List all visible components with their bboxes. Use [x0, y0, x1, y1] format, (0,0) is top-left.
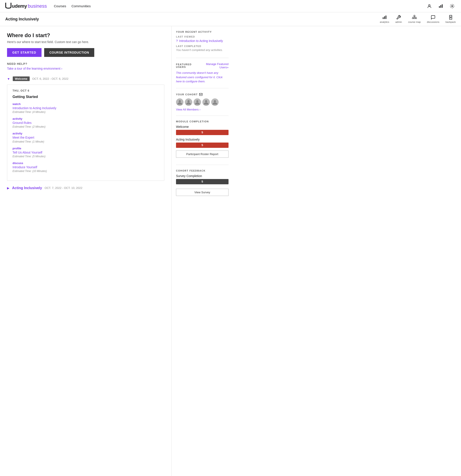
- activity-ground-rules: activity Ground Rules Estimated Time: (2…: [13, 117, 159, 128]
- svg-rect-7: [384, 16, 385, 19]
- analytics-course-icon[interactable]: analytics: [380, 15, 389, 23]
- top-nav: udemy business Courses Communities: [0, 0, 461, 12]
- cohort-feedback-title: COHORT FEEDBACK: [176, 169, 229, 172]
- acting-module-header: ▶ Acting Inclusively OCT. 7, 2022 - OCT.…: [7, 186, 164, 190]
- activity-link-3[interactable]: Meet the Expert: [13, 136, 34, 139]
- day-label: THU, OCT 6: [13, 89, 159, 92]
- featured-users-title: FEATURED USERS: [176, 63, 200, 68]
- svg-point-25: [196, 100, 198, 102]
- acting-completion-label: Acting Inclusively: [176, 138, 229, 141]
- welcome-progress-value: 5: [202, 131, 203, 134]
- activity-time-2: Estimated Time: (2 Minutes): [13, 125, 159, 128]
- last-viewed-icon: ?: [176, 39, 178, 42]
- activity-link-2[interactable]: Ground Rules: [13, 121, 31, 125]
- nav-right: [426, 3, 456, 10]
- tour-link[interactable]: Take a tour of the learning environment …: [7, 67, 164, 70]
- manage-featured-link[interactable]: Manage Featured Users»: [200, 62, 229, 69]
- activity-link-watch[interactable]: Introduction to Acting Inclusively: [13, 106, 56, 110]
- recent-activity-section: YOUR RECENT ACTIVITY LAST VIEWED ? Intro…: [176, 31, 229, 58]
- backpack-icon-label: backpack: [446, 21, 456, 23]
- activity-type-3: activity: [13, 132, 159, 135]
- activity-meet-expert: activity Meet the Expert Estimated Time:…: [13, 132, 159, 143]
- course-title: Acting Inclusively: [5, 17, 39, 22]
- discussions-course-icon[interactable]: discussions: [427, 15, 439, 23]
- svg-point-23: [188, 100, 190, 102]
- user-icon: [427, 4, 432, 8]
- need-help-section: NEED HELP? Take a tour of the learning e…: [7, 62, 164, 70]
- welcome-toggle[interactable]: ▼: [7, 77, 10, 81]
- survey-progress-value: 5: [202, 180, 203, 183]
- view-members-link[interactable]: View All Members ›: [176, 108, 200, 111]
- last-viewed-label: LAST VIEWED: [176, 35, 229, 38]
- activity-watch: watch Introduction to Acting Inclusively…: [13, 102, 159, 114]
- activity-link-5[interactable]: Introduce Yourself: [13, 165, 37, 169]
- activity-profile: profile Tell Us About Yourself Estimated…: [13, 147, 159, 158]
- acting-toggle[interactable]: ▶: [7, 186, 9, 190]
- svg-point-29: [214, 100, 216, 102]
- get-started-button[interactable]: GET STARTED: [7, 48, 42, 57]
- acting-module-name[interactable]: Acting Inclusively: [12, 186, 42, 190]
- course-header: Acting Inclusively analytics admin: [0, 12, 461, 26]
- nav-courses[interactable]: Courses: [54, 4, 66, 8]
- gear-icon: [450, 4, 455, 8]
- hero-buttons: GET STARTED COURSE INTRODUCTION: [7, 48, 164, 57]
- right-panel: YOUR RECENT ACTIVITY LAST VIEWED ? Intro…: [171, 26, 233, 476]
- settings-icon-btn[interactable]: [449, 3, 456, 10]
- welcome-progress-bar: 5: [176, 130, 229, 135]
- logo[interactable]: udemy business: [5, 3, 47, 10]
- bar-chart-icon: [438, 4, 443, 8]
- admin-icon-label: admin: [395, 21, 402, 23]
- activity-type-4: profile: [13, 147, 159, 150]
- admin-course-icon[interactable]: admin: [395, 15, 402, 23]
- cohort-title: YOUR COHORT: [176, 93, 198, 96]
- course-introduction-button[interactable]: COURSE INTRODUCTION: [44, 48, 94, 57]
- activity-link-4[interactable]: Tell Us About Yourself: [13, 151, 42, 154]
- svg-point-1: [428, 4, 430, 6]
- svg-point-18: [450, 17, 451, 18]
- user-icon-btn[interactable]: [426, 3, 433, 10]
- welcome-module-header: ▼ Welcome OCT. 6, 2022 - OCT. 6, 2022: [7, 76, 164, 81]
- svg-rect-9: [414, 15, 415, 16]
- last-completed-label: LAST COMPLETED: [176, 45, 229, 47]
- activity-type-watch: watch: [13, 102, 159, 106]
- featured-note[interactable]: This community doesn't have any featured…: [176, 71, 229, 84]
- wrench-icon: [396, 15, 401, 20]
- analytics-icon-btn[interactable]: [437, 3, 444, 10]
- welcome-completion-label: Welcome: [176, 125, 229, 128]
- svg-rect-19: [199, 93, 202, 95]
- course-icons: analytics admin course map: [380, 15, 456, 23]
- svg-rect-6: [383, 17, 384, 19]
- welcome-progress-fill: 5: [176, 130, 229, 135]
- analytics-icon: [382, 15, 387, 20]
- course-map-icon-label: course map: [408, 21, 421, 23]
- avatar-1: [176, 98, 183, 106]
- acting-progress-value: 5: [202, 144, 203, 147]
- sitemap-icon: [412, 15, 417, 20]
- backpack-course-icon[interactable]: backpack: [446, 15, 456, 23]
- cohort-avatars: [176, 98, 229, 106]
- course-map-icon[interactable]: course map: [408, 15, 421, 23]
- welcome-dates: OCT. 6, 2022 - OCT. 6, 2022: [32, 77, 68, 80]
- survey-progress-fill: 5: [176, 179, 229, 184]
- discussions-icon-label: discussions: [427, 21, 439, 23]
- activity-type-2: activity: [13, 117, 159, 120]
- welcome-module-card: THU, OCT 6 Getting Started watch Introdu…: [7, 85, 164, 181]
- avatar-4: [202, 98, 210, 106]
- nav-links: Courses Communities: [54, 4, 91, 8]
- view-survey-button[interactable]: View Survey: [176, 189, 229, 196]
- roster-report-button[interactable]: Participant Roster Report: [176, 151, 229, 158]
- activity-type-5: discuss: [13, 162, 159, 165]
- need-help-title: NEED HELP?: [7, 62, 164, 66]
- module-completion-section: MODULE COMPLETION Welcome 5 Acting Inclu…: [176, 120, 229, 165]
- svg-point-5: [452, 6, 453, 7]
- svg-rect-11: [414, 18, 415, 19]
- svg-rect-10: [412, 18, 414, 19]
- nav-communities[interactable]: Communities: [71, 4, 91, 8]
- left-panel: Where do I start? Here's our where to st…: [0, 26, 171, 476]
- last-completed-note: You haven't completed any activities.: [176, 48, 229, 52]
- recent-activity-title: YOUR RECENT ACTIVITY: [176, 31, 229, 33]
- hero-subtitle: Here's our where to start text field. Cu…: [7, 40, 164, 44]
- welcome-badge: Welcome: [13, 76, 30, 81]
- last-viewed-link[interactable]: Introduction to Acting Inclusively: [179, 39, 223, 42]
- activity-time-4: Estimated Time: (5 Minutes): [13, 155, 159, 158]
